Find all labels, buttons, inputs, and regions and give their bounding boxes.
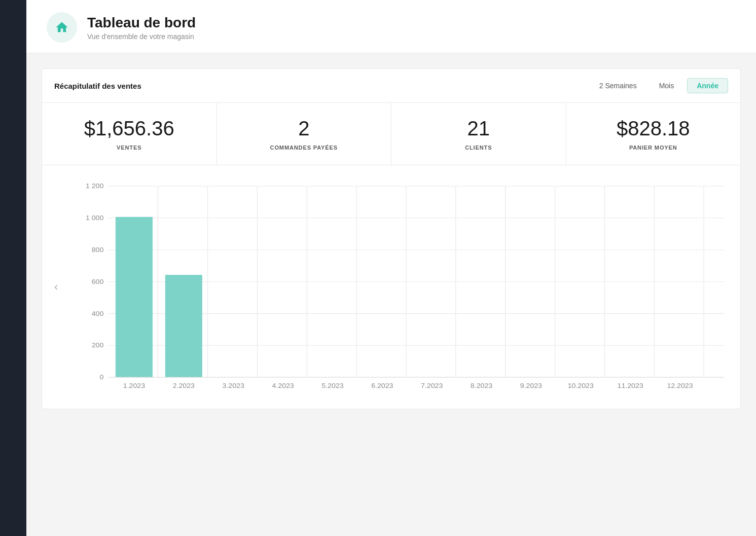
svg-text:400: 400 [92, 310, 104, 317]
svg-text:1 200: 1 200 [86, 183, 103, 190]
main-content: Tableau de bord Vue d'ensemble de votre … [26, 0, 756, 536]
chart-area: ‹ [42, 165, 740, 409]
svg-text:5.2023: 5.2023 [321, 382, 343, 389]
svg-text:9.2023: 9.2023 [520, 382, 542, 389]
svg-text:4.2023: 4.2023 [272, 382, 294, 389]
page-title: Tableau de bord [87, 14, 196, 31]
page-header: Tableau de bord Vue d'ensemble de votre … [26, 0, 756, 53]
svg-text:8.2023: 8.2023 [471, 382, 492, 389]
page-subtitle: Vue d'ensemble de votre magasin [87, 32, 196, 41]
sidebar [0, 0, 26, 536]
metric-commandes-value: 2 [227, 117, 381, 139]
bar-chart: 1 200 1 000 800 600 400 200 0 [73, 175, 730, 399]
chart-prev-button[interactable]: ‹ [50, 276, 62, 298]
svg-text:1.2023: 1.2023 [123, 382, 145, 389]
header-text: Tableau de bord Vue d'ensemble de votre … [87, 14, 196, 41]
svg-text:600: 600 [92, 278, 104, 285]
metric-panier-label: PANIER MOYEN [577, 145, 731, 151]
tab-2weeks[interactable]: 2 Semaines [590, 79, 646, 93]
svg-text:1 000: 1 000 [86, 215, 103, 222]
recap-header: Récapitulatif des ventes 2 Semaines Mois… [42, 69, 740, 103]
dashboard-card: Récapitulatif des ventes 2 Semaines Mois… [42, 68, 741, 409]
svg-rect-27 [165, 275, 202, 377]
svg-text:2.2023: 2.2023 [173, 382, 195, 389]
svg-text:10.2023: 10.2023 [568, 382, 594, 389]
metric-commandes-label: COMMANDES PAYÉES [227, 145, 381, 151]
chart-container: ‹ [73, 175, 730, 399]
period-tabs: 2 Semaines Mois Année [590, 78, 728, 93]
metric-ventes-value: $1,656.36 [52, 117, 206, 139]
metric-panier: $828.18 PANIER MOYEN [566, 103, 741, 165]
metric-ventes: $1,656.36 VENTES [42, 103, 217, 165]
home-icon [55, 20, 69, 34]
svg-text:11.2023: 11.2023 [618, 382, 643, 389]
svg-text:7.2023: 7.2023 [421, 382, 443, 389]
tab-year[interactable]: Année [687, 78, 728, 93]
metric-ventes-label: VENTES [52, 145, 206, 151]
svg-text:0: 0 [99, 374, 103, 381]
metric-clients-value: 21 [402, 117, 556, 139]
svg-text:12.2023: 12.2023 [667, 382, 693, 389]
metric-panier-value: $828.18 [577, 117, 731, 139]
svg-text:800: 800 [92, 246, 104, 254]
metric-clients: 21 CLIENTS [391, 103, 566, 165]
metric-commandes: 2 COMMANDES PAYÉES [217, 103, 392, 165]
metrics-row: $1,656.36 VENTES 2 COMMANDES PAYÉES 21 C… [42, 103, 740, 165]
header-icon-wrapper [47, 12, 77, 43]
recap-title: Récapitulatif des ventes [54, 82, 141, 90]
svg-text:200: 200 [92, 342, 104, 349]
tab-month[interactable]: Mois [650, 79, 683, 93]
svg-text:3.2023: 3.2023 [223, 382, 244, 389]
svg-text:6.2023: 6.2023 [371, 382, 393, 389]
app-layout: Tableau de bord Vue d'ensemble de votre … [0, 0, 756, 536]
metric-clients-label: CLIENTS [402, 145, 556, 151]
svg-rect-26 [116, 217, 153, 377]
